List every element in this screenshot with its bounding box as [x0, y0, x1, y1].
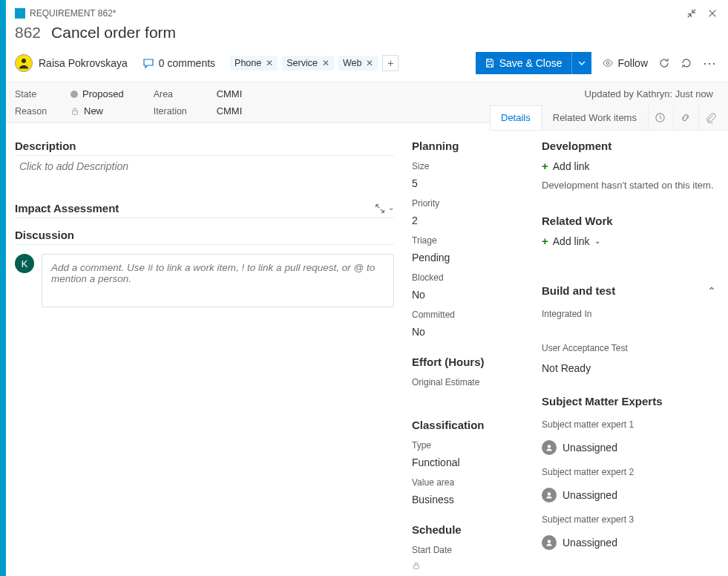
tabs: Details Related Work items — [490, 105, 728, 131]
close-icon[interactable] — [707, 8, 718, 19]
committed-label: Committed — [412, 310, 529, 320]
expand-icon[interactable] — [375, 203, 385, 214]
refresh-icon[interactable] — [658, 57, 670, 69]
side-column: Development + Add link Development hasn'… — [535, 131, 728, 576]
sme1-label: Subject matter expert 1 — [542, 419, 716, 430]
state-value[interactable]: Proposed — [70, 88, 124, 99]
uat-label: User Acceptance Test — [542, 343, 716, 353]
save-close-button[interactable]: Save & Close — [476, 52, 591, 74]
iteration-label: Iteration — [154, 106, 194, 117]
sme2-label: Subject matter expert 2 — [542, 467, 716, 477]
discussion-input[interactable]: Add a comment. Use # to link a work item… — [42, 254, 394, 307]
iteration-value[interactable]: CMMI — [217, 105, 243, 117]
collapse-section-icon[interactable]: ⌃ — [707, 285, 716, 297]
start-date-label: Start Date — [412, 545, 529, 555]
plus-icon: + — [542, 160, 548, 172]
assignee-picker[interactable]: Raisa Pokrovskaya — [15, 54, 128, 72]
svg-point-6 — [548, 492, 551, 496]
tag-label: Phone — [235, 58, 261, 68]
person-icon — [542, 440, 557, 455]
toolbar: Raisa Pokrovskaya 0 comments Phone✕ Serv… — [0, 46, 728, 82]
related-add-link[interactable]: + Add link ⌄ — [542, 235, 716, 247]
classification-title: Classification — [412, 419, 529, 431]
state-label: State — [15, 89, 48, 99]
sme3-picker[interactable]: Unassigned — [542, 535, 716, 550]
tag[interactable]: Phone✕ — [230, 56, 278, 71]
priority-value[interactable]: 2 — [412, 215, 529, 226]
development-title: Development — [542, 140, 716, 152]
type-value[interactable]: Functional — [412, 456, 529, 468]
area-value[interactable]: CMMI — [217, 88, 243, 99]
tag-remove-icon[interactable]: ✕ — [366, 58, 373, 68]
impact-title: Impact Assessment — [15, 202, 119, 215]
uat-value[interactable]: Not Ready — [542, 362, 716, 374]
effort-title: Effort (Hours) — [412, 356, 529, 368]
chevron-down-icon[interactable]: ⌄ — [388, 203, 394, 214]
follow-label: Follow — [618, 57, 648, 69]
valuearea-value[interactable]: Business — [412, 494, 529, 505]
size-value[interactable]: 5 — [412, 177, 529, 189]
person-icon — [542, 535, 557, 550]
svg-rect-4 — [414, 565, 419, 569]
reason-value[interactable]: New — [70, 105, 103, 117]
planning-column: Planning Size 5 Priority 2 Triage Pendin… — [406, 131, 535, 576]
svg-point-0 — [22, 59, 26, 63]
state-dot-icon — [70, 91, 78, 98]
more-actions-icon[interactable]: ⋯ — [703, 55, 718, 71]
save-icon — [485, 58, 495, 68]
sme1-picker[interactable]: Unassigned — [542, 440, 716, 455]
item-title[interactable]: Cancel order form — [51, 24, 176, 42]
integrated-in-label: Integrated In — [542, 309, 716, 319]
tags: Phone✕ Service✕ Web✕ + — [230, 55, 399, 71]
follow-button[interactable]: Follow — [602, 57, 648, 69]
discussion-title: Discussion — [15, 229, 394, 241]
size-label: Size — [412, 161, 529, 171]
chevron-down-icon: ⌄ — [594, 237, 600, 245]
comments-button[interactable]: 0 comments — [142, 57, 215, 69]
type-color-bar — [0, 0, 6, 576]
build-test-title: Build and test — [542, 284, 615, 297]
tab-related-work-items[interactable]: Related Work items — [542, 105, 648, 130]
undo-icon[interactable] — [681, 57, 692, 69]
start-date-value[interactable] — [412, 561, 529, 570]
development-add-link[interactable]: + Add link — [542, 160, 716, 172]
tag-remove-icon[interactable]: ✕ — [322, 58, 329, 68]
svg-rect-2 — [73, 111, 78, 114]
tab-attachments-icon[interactable] — [698, 105, 724, 130]
save-dropdown-caret[interactable] — [571, 52, 591, 74]
sme-title: Subject Matter Experts — [542, 395, 716, 408]
divider — [15, 244, 394, 245]
triage-label: Triage — [412, 235, 529, 246]
committed-value[interactable]: No — [412, 326, 529, 338]
priority-label: Priority — [412, 198, 529, 209]
valuearea-label: Value area — [412, 477, 529, 488]
tag-remove-icon[interactable]: ✕ — [266, 58, 273, 68]
add-tag-button[interactable]: + — [382, 55, 399, 71]
tab-history-icon[interactable] — [648, 105, 673, 130]
header: REQUIREMENT 862* 862 Cancel order form — [0, 0, 728, 46]
description-input[interactable]: Click to add Description — [15, 160, 394, 172]
tag[interactable]: Web✕ — [338, 56, 378, 71]
requirement-icon — [15, 8, 25, 19]
related-work-title: Related Work — [542, 215, 716, 227]
blocked-value[interactable]: No — [412, 289, 529, 301]
content: Description Click to add Description Imp… — [6, 131, 728, 576]
tab-links-icon[interactable] — [673, 105, 698, 130]
type-label: Type — [412, 440, 529, 451]
tag[interactable]: Service✕ — [282, 56, 334, 71]
svg-point-5 — [548, 445, 551, 448]
lock-icon — [70, 107, 79, 116]
avatar — [15, 54, 33, 72]
planning-title: Planning — [412, 140, 529, 152]
main-column: Description Click to add Description Imp… — [6, 131, 406, 576]
tab-details[interactable]: Details — [490, 105, 542, 130]
lock-icon — [412, 561, 421, 570]
divider — [15, 217, 394, 218]
description-title: Description — [15, 140, 394, 152]
svg-point-1 — [606, 62, 609, 65]
schedule-title: Schedule — [412, 523, 529, 536]
collapse-icon[interactable] — [686, 8, 697, 19]
item-id: 862 — [15, 24, 41, 42]
sme2-picker[interactable]: Unassigned — [542, 488, 716, 503]
triage-value[interactable]: Pending — [412, 252, 529, 264]
